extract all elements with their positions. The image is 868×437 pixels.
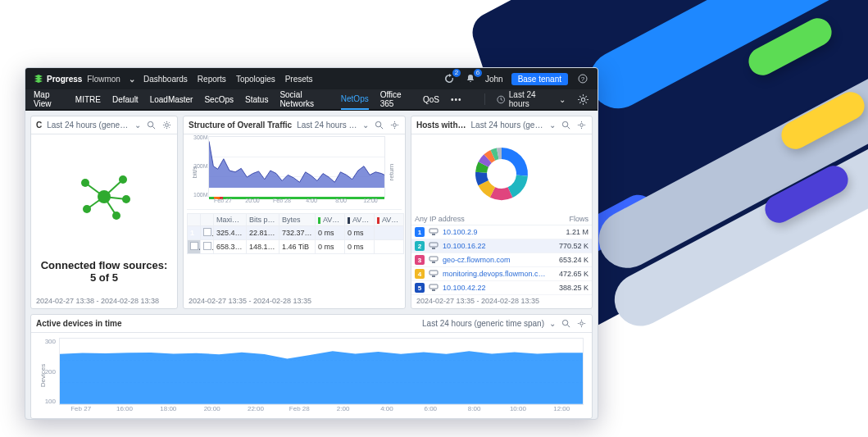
tab-social-networks[interactable]: Social Networks xyxy=(279,85,329,113)
hosts-donut-chart[interactable] xyxy=(411,134,592,213)
settings-icon[interactable] xyxy=(577,93,589,106)
traffic-table: SourceMaxim…Bits pe…BytesAVG …AVG …AVG …… xyxy=(187,213,404,254)
svg-rect-26 xyxy=(432,262,435,263)
svg-point-4 xyxy=(148,121,152,126)
tab-map-view[interactable]: Map View xyxy=(34,85,64,113)
svg-point-20 xyxy=(580,124,584,127)
tab-netops[interactable]: NetOps xyxy=(341,89,369,110)
svg-point-16 xyxy=(83,205,91,213)
bell-icon[interactable]: 6 xyxy=(464,72,477,85)
tab-mitre[interactable]: MITRE xyxy=(75,90,101,109)
global-range-selector[interactable]: Last 24 hours ⌄ xyxy=(497,90,565,108)
card1-value: 5 of 5 xyxy=(36,271,172,284)
flow-sources-icon xyxy=(36,138,172,256)
card1-headline: Connected flow sources: xyxy=(36,259,172,271)
topnav-presets[interactable]: Presets xyxy=(285,75,313,84)
card4-range-chevron-icon[interactable]: ⌄ xyxy=(549,319,556,328)
tenant-selector[interactable]: Base tenant xyxy=(511,73,568,85)
card3-range-chevron-icon[interactable]: ⌄ xyxy=(549,121,556,130)
active-devices-chart[interactable]: Devices 300200100 Feb 2716:0018:0020:002… xyxy=(34,333,589,418)
svg-text:?: ? xyxy=(581,75,585,83)
host-row[interactable]: 2 10.100.16.22770.52 K xyxy=(411,239,592,253)
dashboard-tabs: Map ViewMITREDefaultLoadMasterSecOpsStat… xyxy=(25,89,598,111)
card3-search-icon[interactable] xyxy=(561,120,571,130)
card4-gear-icon[interactable] xyxy=(576,318,587,329)
tab-office-365[interactable]: Office 365 xyxy=(380,85,411,113)
traffic-col[interactable]: AVG … xyxy=(316,214,345,226)
svg-point-12 xyxy=(81,179,89,187)
card3-range: Last 24 hours (generic time span) xyxy=(471,121,544,130)
topnav-topologies[interactable]: Topologies xyxy=(236,75,275,84)
user-name[interactable]: John xyxy=(485,75,503,84)
host-icon xyxy=(429,242,439,250)
traffic-col[interactable]: Bits pe… xyxy=(247,214,279,226)
traffic-col[interactable]: AVG … xyxy=(345,214,375,226)
svg-rect-22 xyxy=(432,234,435,235)
bell-badge: 6 xyxy=(474,69,482,77)
tab-loadmaster[interactable]: LoadMaster xyxy=(150,90,193,109)
tab-status[interactable]: Status xyxy=(245,90,268,109)
svg-rect-29 xyxy=(429,285,438,289)
svg-point-32 xyxy=(580,322,584,325)
card3-footer: 2024-02-27 13:35 - 2024-02-28 13:35 xyxy=(411,295,592,308)
card3-gear-icon[interactable] xyxy=(576,120,587,130)
tab-secops[interactable]: SecOps xyxy=(204,90,234,109)
svg-point-3 xyxy=(581,98,584,101)
app-window: Progress Flowmon ⌄ DashboardsReportsTopo… xyxy=(25,67,598,420)
svg-rect-25 xyxy=(429,257,438,261)
host-row[interactable]: 1 10.100.2.91.21 M xyxy=(411,225,592,239)
card2-footer: 2024-02-27 13:35 - 2024-02-28 13:35 xyxy=(184,295,405,308)
traffic-row[interactable]: 1127.0.0.1 (localhost)325.46…22.81…732.3… xyxy=(188,226,404,240)
host-row[interactable]: 4 monitoring.devops.flowmon.com472.65 K xyxy=(411,267,592,281)
card2-range-chevron-icon[interactable]: ⌄ xyxy=(362,121,369,130)
svg-point-13 xyxy=(119,175,127,184)
card1-title: C xyxy=(36,121,42,130)
hosts-list: 1 10.100.2.91.21 M2 10.100.16.22770.52 K… xyxy=(411,225,592,295)
traffic-col[interactable]: AVG … xyxy=(375,214,404,226)
host-row[interactable]: 3 geo-cz.flowmon.com653.24 K xyxy=(411,253,592,267)
brand[interactable]: Progress Flowmon ⌄ xyxy=(34,74,135,84)
active-xticks: Feb 2716:0018:0020:0022:00Feb 282:004:00… xyxy=(59,405,584,418)
help-icon[interactable]: ? xyxy=(576,72,589,85)
card4-range: Last 24 hours (generic time span) xyxy=(422,319,544,328)
card1-search-icon[interactable] xyxy=(146,120,157,130)
traffic-row[interactable]: All traffic658.3…148.1…1.46 TiB0 ms0 ms xyxy=(188,240,404,254)
card2-gear-icon[interactable] xyxy=(389,120,400,130)
card2-title: Structure of Overall Traffic xyxy=(189,121,292,130)
card2-search-icon[interactable] xyxy=(374,120,384,130)
tab-qos[interactable]: QoS xyxy=(423,90,439,109)
card3-title: Hosts with… xyxy=(416,121,466,130)
topnav-dashboards[interactable]: Dashboards xyxy=(143,75,188,84)
card1-range: Last 24 hours (generic time … xyxy=(47,121,130,130)
svg-point-31 xyxy=(562,320,567,325)
separator xyxy=(484,93,485,105)
brand-chevron-icon[interactable]: ⌄ xyxy=(129,75,135,84)
hosts-head-right: Flows xyxy=(569,215,589,223)
svg-rect-21 xyxy=(429,229,438,233)
svg-point-5 xyxy=(166,124,169,127)
svg-point-11 xyxy=(98,190,111,203)
brand-name: Progress xyxy=(47,75,82,84)
traffic-col[interactable]: Bytes xyxy=(279,214,316,226)
refresh-icon[interactable]: 2 xyxy=(443,72,456,85)
svg-rect-27 xyxy=(429,271,438,275)
host-row[interactable]: 5 10.100.42.22388.25 K xyxy=(411,281,592,295)
host-icon xyxy=(429,270,439,278)
tab-default[interactable]: Default xyxy=(112,90,139,109)
topnav-reports[interactable]: Reports xyxy=(198,75,226,84)
card2-range: Last 24 hours (generic time span) xyxy=(297,121,357,130)
global-range-label: Last 24 hours xyxy=(509,90,556,108)
svg-point-18 xyxy=(393,124,397,127)
hosts-head-left: Any IP address xyxy=(415,215,465,223)
traffic-xticks: Feb 2720:00Feb 284:008:0012:00 xyxy=(208,198,385,209)
card1-gear-icon[interactable] xyxy=(161,120,172,130)
card-structure-traffic: Structure of Overall Traffic Last 24 hou… xyxy=(183,116,406,309)
traffic-chart[interactable]: bit/s return 300M200M100M xyxy=(187,134,402,210)
host-icon xyxy=(429,228,439,236)
card1-footer: 2024-02-27 13:38 - 2024-02-28 13:38 xyxy=(31,295,177,308)
more-tabs-button[interactable]: ••• xyxy=(451,95,462,104)
svg-rect-24 xyxy=(432,248,435,249)
card4-search-icon[interactable] xyxy=(561,318,571,329)
traffic-col[interactable]: Maxim… xyxy=(214,214,247,226)
card1-range-chevron-icon[interactable]: ⌄ xyxy=(134,121,141,130)
